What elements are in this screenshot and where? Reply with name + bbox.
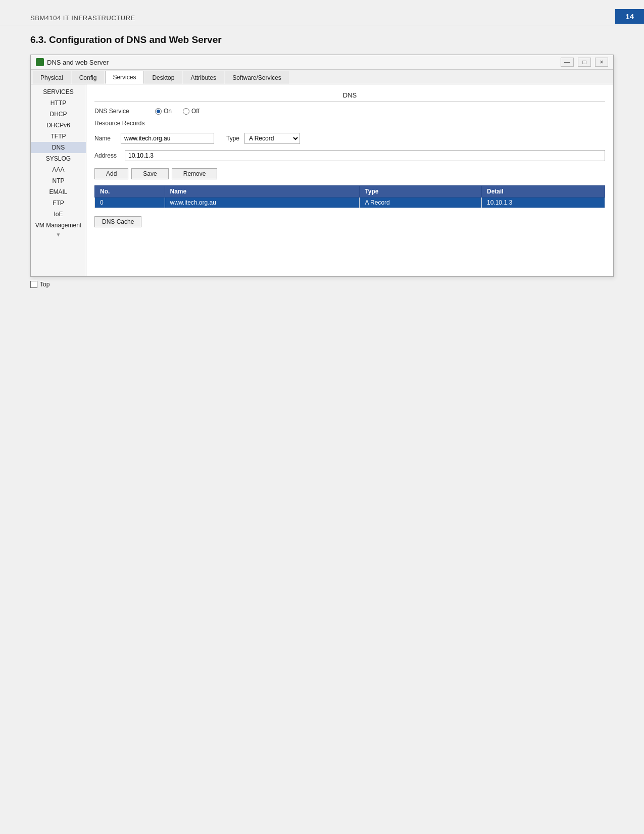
col-type: Type (360, 186, 482, 198)
sidebar-item-ftp[interactable]: FTP (31, 198, 86, 209)
title-bar: DNS and web Server — □ × (31, 55, 613, 70)
tab-config[interactable]: Config (72, 71, 105, 84)
table-header-row: No. Name Type Detail (95, 186, 605, 198)
sidebar-item-email[interactable]: EMAIL (31, 186, 86, 198)
sidebar-item-dhcp[interactable]: DHCP (31, 109, 86, 120)
doc-header: SBM4104 IT INFRASTRUCTURE (0, 0, 644, 25)
dns-radio-group: On Off (155, 108, 200, 115)
sidebar-item-http[interactable]: HTTP (31, 97, 86, 109)
type-label: Type (226, 135, 239, 142)
page-number: 14 (615, 9, 644, 24)
top-checkbox[interactable] (30, 281, 37, 288)
maximize-button[interactable]: □ (578, 58, 591, 67)
radio-on-option[interactable]: On (155, 108, 172, 115)
radio-off-btn[interactable] (183, 108, 189, 115)
cell-no: 0 (95, 198, 165, 208)
sidebar: SERVICES HTTP DHCP DHCPv6 TFTP DNS SYSLO… (31, 84, 86, 276)
window-title: DNS and web Server (47, 59, 109, 66)
top-checkbox-label[interactable]: Top (30, 281, 49, 288)
radio-on-label: On (164, 108, 172, 115)
dns-cache-button[interactable]: DNS Cache (94, 216, 141, 227)
dns-service-label: DNS Service (94, 108, 140, 115)
col-no: No. (95, 186, 165, 198)
name-label: Name (94, 135, 116, 142)
dns-table: No. Name Type Detail 0www.itech.org.auA … (94, 185, 605, 208)
tab-software-services[interactable]: Software/Services (225, 71, 289, 84)
dns-service-row: DNS Service On Off (94, 108, 605, 115)
title-bar-left: DNS and web Server (36, 58, 109, 66)
cell-type: A Record (360, 198, 482, 208)
save-button[interactable]: Save (131, 168, 168, 179)
type-select[interactable]: A Record AAAA Record CNAME MX NS (244, 133, 300, 144)
address-row: Address (94, 150, 605, 161)
cell-detail: 10.10.1.3 (482, 198, 605, 208)
resource-records-label: Resource Records (94, 120, 605, 127)
sidebar-item-ntp[interactable]: NTP (31, 175, 86, 186)
tab-bar: Physical Config Services Desktop Attribu… (31, 70, 613, 84)
radio-off-option[interactable]: Off (183, 108, 200, 115)
sidebar-item-aaa[interactable]: AAA (31, 164, 86, 175)
add-button[interactable]: Add (94, 168, 128, 179)
sidebar-item-dns[interactable]: DNS (31, 142, 86, 153)
name-input[interactable] (121, 133, 214, 144)
sidebar-scroll: ▼ (31, 232, 86, 237)
tab-attributes[interactable]: Attributes (183, 71, 224, 84)
minimize-button[interactable]: — (561, 58, 574, 67)
buttons-row: Add Save Remove (94, 168, 605, 179)
sidebar-item-services[interactable]: SERVICES (31, 86, 86, 97)
section-heading: 6.3. Configuration of DNS and Web Server (0, 34, 644, 45)
sidebar-item-vm-management[interactable]: VM Management (31, 220, 86, 231)
doc-header-title: SBM4104 IT INFRASTRUCTURE (30, 14, 135, 22)
tab-services[interactable]: Services (105, 71, 143, 84)
cell-name: www.itech.org.au (165, 198, 360, 208)
section-title: 6.3. Configuration of DNS and Web Server (30, 34, 614, 45)
sidebar-item-syslog[interactable]: SYSLOG (31, 153, 86, 164)
remove-button[interactable]: Remove (172, 168, 218, 179)
address-label: Address (94, 152, 121, 159)
sidebar-item-tftp[interactable]: TFTP (31, 131, 86, 142)
close-button[interactable]: × (595, 58, 608, 67)
dns-section-title: DNS (94, 91, 605, 102)
address-input[interactable] (125, 150, 605, 161)
bottom-bar: Top (0, 277, 644, 292)
col-name: Name (165, 186, 360, 198)
radio-off-label: Off (191, 108, 200, 115)
title-bar-controls: — □ × (561, 58, 608, 67)
window-icon (36, 58, 44, 66)
rr-name-type-row: Name Type A Record AAAA Record CNAME MX … (94, 133, 605, 144)
tab-desktop[interactable]: Desktop (144, 71, 182, 84)
main-content: SERVICES HTTP DHCP DHCPv6 TFTP DNS SYSLO… (31, 84, 613, 276)
dns-window: DNS and web Server — □ × Physical Config… (30, 55, 614, 277)
table-row[interactable]: 0www.itech.org.auA Record10.10.1.3 (95, 198, 605, 208)
sidebar-item-ioe[interactable]: IoE (31, 209, 86, 220)
top-label: Top (40, 281, 49, 288)
col-detail: Detail (482, 186, 605, 198)
tab-physical[interactable]: Physical (33, 71, 71, 84)
sidebar-item-dhcpv6[interactable]: DHCPv6 (31, 120, 86, 131)
dns-panel: DNS DNS Service On Off Resource Records (86, 84, 613, 276)
radio-on-btn[interactable] (155, 108, 162, 115)
